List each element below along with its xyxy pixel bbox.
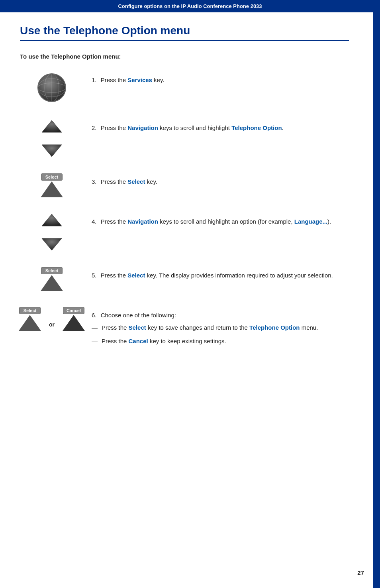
- step-5-highlight: Select: [127, 272, 145, 279]
- step-2-highlight: Navigation: [127, 124, 158, 131]
- right-accent-bar: [373, 0, 380, 588]
- step-4-content: 4. Press the Navigation keys to scroll a…: [92, 213, 349, 226]
- step-6-text-before: Choose one of the following:: [101, 312, 176, 319]
- or-text: or: [49, 321, 55, 328]
- step-2-row: 2. Press the Navigation keys to scroll a…: [20, 120, 349, 157]
- step-2-content: 2. Press the Navigation keys to scroll a…: [92, 120, 349, 133]
- step-6-row: Select or Cancel 6. Choose one of the fo…: [20, 307, 349, 351]
- bullet-2-before: Press the: [102, 338, 129, 344]
- svg-marker-9: [42, 238, 62, 250]
- globe-icon: [36, 72, 68, 104]
- step-2-highlight2: Telephone Option: [231, 124, 282, 131]
- step-4-icon: [20, 213, 84, 251]
- page-title: Use the Telephone Option menu: [20, 24, 349, 41]
- step-5-number: 5.: [92, 272, 97, 279]
- page-header: Configure options on the IP Audio Confer…: [0, 0, 380, 12]
- arrow-up-6: [19, 315, 41, 331]
- arrow-up-3: [41, 181, 63, 197]
- cancel-label-6: Cancel: [63, 307, 84, 314]
- step-3-text-before: Press the: [101, 178, 128, 185]
- bullet-1-after: key to save changes and return to the: [146, 324, 249, 331]
- bullet-1-highlight: Select: [129, 324, 146, 331]
- step-2-text: 2. Press the Navigation keys to scroll a…: [92, 124, 284, 131]
- step-6-bullets: Press the Select key to save changes and…: [92, 323, 349, 346]
- step-4-text-after2: ).: [327, 218, 331, 225]
- svg-marker-7: [42, 145, 62, 157]
- step-4-row: 4. Press the Navigation keys to scroll a…: [20, 213, 349, 251]
- step-4-highlight: Navigation: [127, 218, 158, 225]
- svg-marker-8: [42, 214, 62, 226]
- select-key-6: Select: [19, 307, 41, 331]
- arrow-up-5: [41, 275, 63, 291]
- step-2-number: 2.: [92, 124, 97, 131]
- step-6-icons-group: Select or Cancel: [19, 307, 85, 331]
- select-label-5: Select: [41, 267, 63, 274]
- svg-marker-6: [42, 120, 62, 132]
- bullet-1-highlight2: Telephone Option: [249, 324, 300, 331]
- step-4-number: 4.: [92, 218, 97, 225]
- nav-keys-icon-4: [36, 213, 68, 251]
- step-4-text-after: keys to scroll and highlight an option (…: [158, 218, 294, 225]
- step-2-text-after: keys to scroll and highlight: [158, 124, 231, 131]
- header-title: Configure options on the IP Audio Confer…: [118, 3, 262, 9]
- step-1-content: 1. Press the Services key.: [92, 72, 349, 85]
- step-6-number: 6.: [92, 312, 97, 319]
- step-2-text-before: Press the: [101, 124, 128, 131]
- select-key-5: Select: [41, 267, 63, 291]
- step-5-text: 5. Press the Select key. The display pro…: [92, 272, 333, 279]
- step-1-number: 1.: [92, 77, 97, 83]
- step-5-row: Select 5. Press the Select key. The disp…: [20, 267, 349, 291]
- step-3-text-after: key.: [145, 178, 157, 185]
- cancel-key-6: Cancel: [63, 307, 85, 331]
- select-label-6: Select: [19, 307, 41, 314]
- step-1-highlight: Services: [127, 77, 152, 83]
- bullet-1-before: Press the: [102, 324, 129, 331]
- step-6-icon: Select or Cancel: [20, 307, 84, 331]
- step-3-row: Select 3. Press the Select key.: [20, 173, 349, 197]
- select-label-3: Select: [41, 173, 63, 181]
- bullet-2-after: key to keep existing settings.: [148, 338, 226, 344]
- step-6-text: 6. Choose one of the following:: [92, 312, 176, 319]
- step-6-content: 6. Choose one of the following: Press th…: [92, 307, 349, 351]
- step-5-content: 5. Press the Select key. The display pro…: [92, 267, 349, 280]
- nav-keys-icon: [36, 120, 68, 157]
- step-4-highlight2: Language...: [294, 218, 327, 225]
- bullet-2: Press the Cancel key to keep existing se…: [92, 337, 349, 346]
- step-5-icon: Select: [20, 267, 84, 291]
- step-3-highlight: Select: [127, 178, 145, 185]
- step-5-text-before: Press the: [101, 272, 128, 279]
- step-4-text-before: Press the: [101, 218, 128, 225]
- intro-text: To use the Telephone Option menu:: [20, 53, 349, 60]
- step-2-icon: [20, 120, 84, 157]
- step-1-text-before: Press the: [101, 77, 128, 83]
- step-1-text-after: key.: [152, 77, 165, 83]
- step-3-content: 3. Press the Select key.: [92, 173, 349, 187]
- step-1-row: 1. Press the Services key.: [20, 72, 349, 104]
- page-number: 27: [357, 569, 364, 576]
- step-4-text: 4. Press the Navigation keys to scroll a…: [92, 218, 331, 225]
- bullet-2-text: Press the Cancel key to keep existing se…: [102, 337, 226, 346]
- step-3-icon: Select: [20, 173, 84, 197]
- arrow-up-cancel: [63, 315, 85, 331]
- step-1-icon: [20, 72, 84, 104]
- bullet-2-highlight: Cancel: [129, 338, 148, 344]
- bullet-1: Press the Select key to save changes and…: [92, 323, 349, 332]
- bullet-1-text: Press the Select key to save changes and…: [102, 323, 318, 332]
- step-3-number: 3.: [92, 178, 97, 185]
- step-5-text-after: key. The display provides information re…: [145, 272, 333, 279]
- step-3-text: 3. Press the Select key.: [92, 178, 157, 185]
- bullet-1-after2: menu.: [300, 324, 318, 331]
- step-2-text-after2: .: [282, 124, 284, 131]
- step-1-text: 1. Press the Services key.: [92, 77, 165, 83]
- steps-container: 1. Press the Services key.: [20, 72, 349, 367]
- select-key-3: Select: [41, 173, 63, 197]
